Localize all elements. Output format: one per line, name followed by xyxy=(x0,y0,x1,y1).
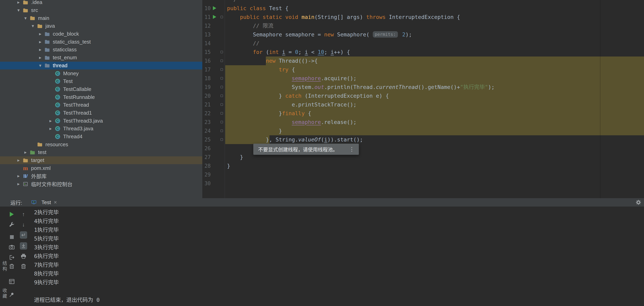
class-icon: C xyxy=(54,86,60,92)
code-token: )).start(); xyxy=(328,136,363,143)
package-icon xyxy=(44,47,50,52)
pin-button[interactable] xyxy=(8,291,15,299)
tree-item-testrunnable[interactable]: CTestRunnable xyxy=(0,93,202,101)
chevron-down-icon[interactable]: ▾ xyxy=(36,63,44,68)
tree-item-item-23[interactable]: ▸临时文件和控制台 xyxy=(0,180,202,188)
fold-marker-icon[interactable] xyxy=(220,121,223,123)
tree-item-label: thread xyxy=(53,62,68,69)
code-token xyxy=(227,75,292,81)
run-tab-test[interactable]: Test × xyxy=(29,198,58,207)
fold-marker-icon[interactable] xyxy=(220,112,223,115)
tree-item-thread3-java[interactable]: ▸CThread3.java xyxy=(0,125,202,133)
fold-marker-icon[interactable] xyxy=(220,86,223,88)
tree-item-thread[interactable]: ▾thread xyxy=(0,62,202,70)
tree-item-resources[interactable]: resources xyxy=(0,140,202,148)
fold-marker-icon[interactable] xyxy=(220,103,223,106)
run-line-icon[interactable] xyxy=(213,15,216,19)
down-stack-button[interactable]: ↓ xyxy=(20,221,27,228)
exit-button[interactable] xyxy=(8,254,15,261)
tree-item-main[interactable]: ▾main xyxy=(0,14,202,22)
tree-item-item-22[interactable]: ▸外部库 xyxy=(0,172,202,180)
thread-dump-button[interactable] xyxy=(8,244,15,251)
clear-all-button[interactable] xyxy=(20,263,27,270)
chevron-right-icon[interactable]: ▸ xyxy=(14,174,22,178)
soft-wrap-button[interactable]: ↵ xyxy=(20,231,27,239)
tree-item-label: test_enum xyxy=(53,54,77,61)
rerun-button[interactable] xyxy=(8,211,15,218)
tree-item-testthread1[interactable]: CTestThread1 xyxy=(0,109,202,117)
code-editor[interactable]: */10public class Test {11 public static … xyxy=(202,0,644,198)
chevron-down-icon[interactable]: ▾ xyxy=(29,24,37,28)
tree-item--idea[interactable]: ▸.idea xyxy=(0,0,202,6)
editor-gutter: 22 xyxy=(202,109,224,118)
chevron-right-icon[interactable]: ▸ xyxy=(36,40,44,44)
stop-button[interactable] xyxy=(8,233,15,241)
tree-item-java[interactable]: ▾java xyxy=(0,22,202,30)
editor-gutter: 19 xyxy=(202,83,224,91)
tree-item-testthread3-java[interactable]: ▸CTestThread3.java xyxy=(0,117,202,125)
fold-marker-icon[interactable] xyxy=(220,138,223,141)
tool-window-button-1[interactable]: 收藏 xyxy=(1,288,8,299)
tree-item-static-class-test[interactable]: ▸static_class_test xyxy=(0,38,202,46)
tree-item-staticclass[interactable]: ▸staticclass xyxy=(0,46,202,54)
editor-line: 20 } catch (InterruptedException e) { xyxy=(202,91,644,100)
editor-gutter: 25 xyxy=(202,135,224,144)
tree-item-label: TestThread1 xyxy=(63,110,92,116)
fold-marker-icon[interactable] xyxy=(220,59,223,62)
tree-item-test-enum[interactable]: ▸test_enum xyxy=(0,54,202,62)
console-output[interactable]: 2执行完毕4执行完毕1执行完毕5执行完毕3执行完毕6执行完毕7执行完毕8执行完毕… xyxy=(34,208,644,306)
chevron-right-icon[interactable]: ▸ xyxy=(14,0,22,4)
chevron-right-icon[interactable]: ▸ xyxy=(36,47,44,52)
code-token: { xyxy=(305,110,311,116)
tree-item-thread4[interactable]: CThread4 xyxy=(0,133,202,141)
tree-item-label: Thread4 xyxy=(63,133,82,140)
up-stack-button[interactable]: ↑ xyxy=(20,211,27,218)
chevron-right-icon[interactable]: ▸ xyxy=(46,126,54,131)
chevron-right-icon[interactable]: ▸ xyxy=(14,158,22,163)
tree-item-testthread[interactable]: CTestThread xyxy=(0,101,202,109)
chevron-right-icon[interactable]: ▸ xyxy=(22,150,30,155)
gc-button[interactable] xyxy=(8,263,15,270)
code-token: out xyxy=(314,84,324,90)
tool-window-button-0[interactable]: 结构 xyxy=(1,261,8,272)
tree-item-label: target xyxy=(31,157,44,163)
line-number: 26 xyxy=(202,144,211,153)
class-icon: C xyxy=(54,134,60,139)
fold-marker-icon[interactable] xyxy=(220,77,223,80)
code-line: } xyxy=(224,162,644,170)
code-token: // 限流 xyxy=(253,23,274,29)
tree-item-pom-xml[interactable]: mpom.xml xyxy=(0,164,202,172)
chevron-right-icon[interactable]: ▸ xyxy=(46,119,54,123)
chevron-down-icon[interactable]: ▾ xyxy=(14,8,22,12)
tree-item-testcallable[interactable]: CTestCallable xyxy=(0,85,202,93)
fold-marker-icon[interactable] xyxy=(220,51,223,53)
kebab-menu-icon[interactable]: ⋮ xyxy=(347,146,356,152)
chevron-down-icon[interactable]: ▾ xyxy=(22,16,30,20)
code-text: public static void main(String[] args) t… xyxy=(227,13,644,21)
run-line-icon[interactable] xyxy=(213,6,216,10)
print-button[interactable] xyxy=(20,253,27,260)
folder-icon xyxy=(37,142,43,147)
tree-item-code-block[interactable]: ▸code_block xyxy=(0,30,202,38)
close-tab-icon[interactable]: × xyxy=(54,199,57,206)
chevron-right-icon[interactable]: ▸ xyxy=(14,182,22,186)
fold-marker-icon[interactable] xyxy=(220,94,223,97)
settings-button[interactable] xyxy=(8,221,15,228)
editor-gutter: 10 xyxy=(202,4,224,13)
restore-layout-button[interactable] xyxy=(8,278,15,285)
chevron-right-icon[interactable]: ▸ xyxy=(36,55,44,60)
line-number: 14 xyxy=(202,39,211,48)
chevron-right-icon[interactable]: ▸ xyxy=(36,32,44,36)
tree-item-target[interactable]: ▸target xyxy=(0,156,202,164)
settings-gear-icon[interactable] xyxy=(636,200,641,206)
fold-marker-icon[interactable] xyxy=(220,130,223,132)
tree-item-test[interactable]: CTest xyxy=(0,77,202,85)
tree-item-test[interactable]: ▸test xyxy=(0,148,202,156)
tree-item-money[interactable]: CMoney xyxy=(0,69,202,77)
fold-marker-icon[interactable] xyxy=(220,16,223,18)
tree-item-src[interactable]: ▾src xyxy=(0,6,202,14)
scroll-to-end-button[interactable] xyxy=(20,242,27,250)
code-text: for (int i = 0; i < 10; i++) { xyxy=(227,48,644,56)
fold-marker-icon[interactable] xyxy=(220,68,223,71)
code-line: new Thread(()->{ xyxy=(224,56,644,65)
